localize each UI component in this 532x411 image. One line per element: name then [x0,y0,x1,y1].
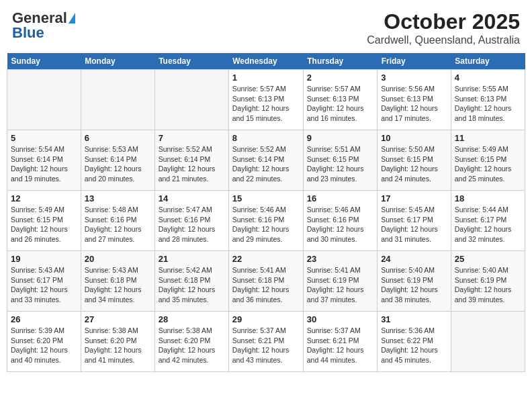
calendar-week-row: 26Sunrise: 5:39 AMSunset: 6:20 PMDayligh… [7,312,525,372]
day-number: 9 [307,133,373,143]
day-number: 11 [455,133,521,143]
day-info: Sunrise: 5:42 AMSunset: 6:18 PMDaylight:… [159,265,225,305]
day-info: Sunrise: 5:39 AMSunset: 6:20 PMDaylight:… [11,326,77,365]
calendar-week-row: 12Sunrise: 5:49 AMSunset: 6:15 PMDayligh… [7,191,525,251]
day-info: Sunrise: 5:57 AMSunset: 6:13 PMDaylight:… [307,84,373,124]
calendar-cell [81,70,154,130]
calendar-cell: 9Sunrise: 5:51 AMSunset: 6:15 PMDaylight… [303,130,377,191]
calendar-cell: 10Sunrise: 5:50 AMSunset: 6:15 PMDayligh… [378,130,451,191]
calendar-cell: 12Sunrise: 5:49 AMSunset: 6:15 PMDayligh… [7,191,81,251]
calendar-cell: 18Sunrise: 5:44 AMSunset: 6:17 PMDayligh… [451,191,525,251]
day-number: 2 [307,73,373,83]
day-number: 6 [85,133,151,143]
calendar-cell: 22Sunrise: 5:41 AMSunset: 6:18 PMDayligh… [228,251,303,312]
calendar-cell: 3Sunrise: 5:56 AMSunset: 6:13 PMDaylight… [378,70,451,130]
calendar-cell [7,70,81,130]
day-info: Sunrise: 5:41 AMSunset: 6:18 PMDaylight:… [232,265,300,305]
day-info: Sunrise: 5:41 AMSunset: 6:19 PMDaylight:… [307,265,373,305]
calendar-cell: 24Sunrise: 5:40 AMSunset: 6:19 PMDayligh… [378,251,451,312]
calendar-cell: 7Sunrise: 5:52 AMSunset: 6:14 PMDaylight… [154,130,228,191]
day-info: Sunrise: 5:44 AMSunset: 6:17 PMDaylight:… [455,205,521,244]
calendar-cell: 28Sunrise: 5:38 AMSunset: 6:20 PMDayligh… [154,312,228,372]
day-info: Sunrise: 5:43 AMSunset: 6:17 PMDaylight:… [11,265,77,305]
calendar-week-row: 1Sunrise: 5:57 AMSunset: 6:13 PMDaylight… [7,70,525,130]
day-info: Sunrise: 5:49 AMSunset: 6:15 PMDaylight:… [11,205,77,244]
day-number: 26 [11,314,77,324]
calendar-cell: 2Sunrise: 5:57 AMSunset: 6:13 PMDaylight… [303,70,377,130]
calendar-cell: 29Sunrise: 5:37 AMSunset: 6:21 PMDayligh… [228,312,303,372]
day-number: 1 [232,73,300,83]
weekday-header-row: SundayMondayTuesdayWednesdayThursdayFrid… [7,53,525,70]
day-number: 28 [159,314,225,324]
day-number: 7 [159,133,225,143]
calendar-cell: 1Sunrise: 5:57 AMSunset: 6:13 PMDaylight… [228,70,303,130]
calendar-cell: 30Sunrise: 5:37 AMSunset: 6:21 PMDayligh… [303,312,377,372]
day-number: 29 [232,314,300,324]
calendar-cell: 13Sunrise: 5:48 AMSunset: 6:16 PMDayligh… [81,191,154,251]
day-info: Sunrise: 5:51 AMSunset: 6:15 PMDaylight:… [307,144,373,184]
day-number: 17 [381,193,447,203]
calendar-cell: 21Sunrise: 5:42 AMSunset: 6:18 PMDayligh… [154,251,228,312]
day-number: 23 [307,254,373,264]
day-number: 4 [455,73,521,83]
day-number: 16 [307,193,373,203]
weekday-header-sunday: Sunday [7,53,81,70]
calendar-cell: 17Sunrise: 5:45 AMSunset: 6:17 PMDayligh… [378,191,451,251]
calendar-cell: 8Sunrise: 5:52 AMSunset: 6:14 PMDaylight… [228,130,303,191]
day-info: Sunrise: 5:57 AMSunset: 6:13 PMDaylight:… [232,84,300,124]
day-info: Sunrise: 5:40 AMSunset: 6:19 PMDaylight:… [381,265,447,305]
calendar-cell: 26Sunrise: 5:39 AMSunset: 6:20 PMDayligh… [7,312,81,372]
weekday-header-saturday: Saturday [451,53,525,70]
day-info: Sunrise: 5:38 AMSunset: 6:20 PMDaylight:… [85,326,151,365]
logo: General Blue [12,9,75,42]
day-info: Sunrise: 5:52 AMSunset: 6:14 PMDaylight:… [232,144,300,184]
calendar-table: SundayMondayTuesdayWednesdayThursdayFrid… [7,53,525,372]
calendar-cell: 16Sunrise: 5:46 AMSunset: 6:16 PMDayligh… [303,191,377,251]
calendar-cell: 23Sunrise: 5:41 AMSunset: 6:19 PMDayligh… [303,251,377,312]
weekday-header-thursday: Thursday [303,53,377,70]
logo-triangle-icon [69,13,75,24]
day-number: 19 [11,254,77,264]
day-number: 24 [381,254,447,264]
day-info: Sunrise: 5:56 AMSunset: 6:13 PMDaylight:… [381,84,447,124]
day-info: Sunrise: 5:46 AMSunset: 6:16 PMDaylight:… [307,205,373,244]
logo-blue-text: Blue [12,24,44,42]
calendar-cell: 5Sunrise: 5:54 AMSunset: 6:14 PMDaylight… [7,130,81,191]
day-number: 8 [232,133,300,143]
calendar-cell [451,312,525,372]
day-number: 15 [232,193,300,203]
day-number: 31 [381,314,447,324]
day-number: 21 [159,254,225,264]
day-info: Sunrise: 5:46 AMSunset: 6:16 PMDaylight:… [232,205,300,244]
calendar-cell: 31Sunrise: 5:36 AMSunset: 6:22 PMDayligh… [378,312,451,372]
day-number: 30 [307,314,373,324]
day-info: Sunrise: 5:38 AMSunset: 6:20 PMDaylight:… [159,326,225,365]
day-number: 14 [159,193,225,203]
day-info: Sunrise: 5:47 AMSunset: 6:16 PMDaylight:… [159,205,225,244]
day-number: 12 [11,193,77,203]
calendar-cell: 14Sunrise: 5:47 AMSunset: 6:16 PMDayligh… [154,191,228,251]
day-info: Sunrise: 5:37 AMSunset: 6:21 PMDaylight:… [232,326,300,365]
calendar-cell: 25Sunrise: 5:40 AMSunset: 6:19 PMDayligh… [451,251,525,312]
day-info: Sunrise: 5:43 AMSunset: 6:18 PMDaylight:… [85,265,151,305]
day-info: Sunrise: 5:36 AMSunset: 6:22 PMDaylight:… [381,326,447,365]
day-info: Sunrise: 5:48 AMSunset: 6:16 PMDaylight:… [85,205,151,244]
day-info: Sunrise: 5:55 AMSunset: 6:13 PMDaylight:… [455,84,521,124]
day-info: Sunrise: 5:53 AMSunset: 6:14 PMDaylight:… [85,144,151,184]
month-title: October 2025 [367,9,520,34]
day-info: Sunrise: 5:52 AMSunset: 6:14 PMDaylight:… [159,144,225,184]
weekday-header-tuesday: Tuesday [154,53,228,70]
calendar-week-row: 19Sunrise: 5:43 AMSunset: 6:17 PMDayligh… [7,251,525,312]
title-block: October 2025 Cardwell, Queensland, Austr… [367,9,520,46]
day-info: Sunrise: 5:54 AMSunset: 6:14 PMDaylight:… [11,144,77,184]
day-info: Sunrise: 5:50 AMSunset: 6:15 PMDaylight:… [381,144,447,184]
day-number: 25 [455,254,521,264]
day-number: 10 [381,133,447,143]
calendar-cell: 27Sunrise: 5:38 AMSunset: 6:20 PMDayligh… [81,312,154,372]
weekday-header-friday: Friday [378,53,451,70]
day-number: 27 [85,314,151,324]
day-info: Sunrise: 5:37 AMSunset: 6:21 PMDaylight:… [307,326,373,365]
calendar-cell [154,70,228,130]
calendar-cell: 4Sunrise: 5:55 AMSunset: 6:13 PMDaylight… [451,70,525,130]
calendar-cell: 20Sunrise: 5:43 AMSunset: 6:18 PMDayligh… [81,251,154,312]
